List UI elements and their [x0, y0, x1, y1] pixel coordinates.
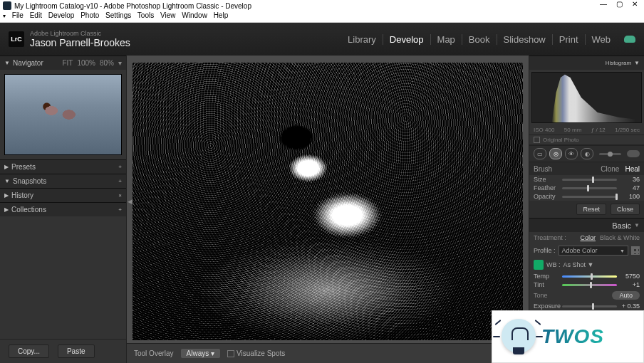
- original-photo-label: Original Photo: [543, 137, 579, 143]
- window-title: My Lightroom Catalog-v10 - Adobe Photosh…: [14, 2, 251, 10]
- snapshots-add-icon[interactable]: +: [118, 178, 122, 184]
- histogram-header[interactable]: Histogram ▼: [529, 56, 644, 70]
- tool-overlay-mode-dropdown[interactable]: Always ▾: [181, 349, 220, 358]
- treatment-bw-option[interactable]: Black & White: [600, 234, 640, 241]
- brush-heal-tab[interactable]: Heal: [625, 165, 640, 173]
- tint-slider[interactable]: Tint +1: [529, 280, 644, 289]
- paste-button[interactable]: Paste: [58, 344, 95, 358]
- brush-reset-button[interactable]: Reset: [576, 204, 606, 215]
- basic-disclose-icon[interactable]: ▼: [634, 222, 640, 228]
- menu-window[interactable]: Window: [182, 11, 207, 19]
- navigator-header[interactable]: ▼ Navigator FIT 100% 80% ▾: [0, 56, 126, 70]
- masking-tool-icon[interactable]: ◐: [581, 148, 593, 159]
- snapshots-header[interactable]: ▼ Snapshots +: [0, 174, 126, 188]
- canvas-holder: ◀: [127, 56, 529, 343]
- brush-close-button[interactable]: Close: [611, 204, 640, 215]
- original-photo-checkbox-icon[interactable]: [534, 137, 540, 143]
- navigator-zoom-80[interactable]: 80%: [100, 59, 114, 67]
- presets-header[interactable]: ▶ Presets +: [0, 159, 126, 174]
- history-disclose-icon[interactable]: ▶: [4, 192, 9, 199]
- left-panel-collapse-icon[interactable]: ◀: [127, 63, 133, 340]
- redeye-tool-icon[interactable]: 👁: [565, 148, 578, 159]
- menu-tools[interactable]: Tools: [137, 11, 154, 19]
- tool-strip-slider[interactable]: [599, 153, 621, 155]
- navigator-preview[interactable]: [4, 74, 122, 155]
- exposure-slider[interactable]: Exposure + 0.35: [529, 302, 644, 310]
- collections-header[interactable]: ▶ Collections +: [0, 202, 126, 216]
- user-name: Jason Parnell-Brookes: [30, 37, 130, 48]
- wb-dropper-icon[interactable]: [534, 260, 544, 270]
- profile-browser-icon[interactable]: [631, 246, 640, 255]
- brush-clone-tab[interactable]: Clone: [601, 165, 619, 173]
- profile-dropdown[interactable]: Adobe Color ▼: [559, 246, 628, 256]
- module-book[interactable]: Book: [462, 34, 497, 45]
- tone-label: Tone: [534, 292, 548, 299]
- menu-photo[interactable]: Photo: [80, 11, 99, 19]
- brush-opacity-value: 100: [620, 193, 640, 200]
- left-panel-spacer: [0, 216, 126, 339]
- collections-disclose-icon[interactable]: ▶: [4, 206, 9, 213]
- histogram-display[interactable]: [531, 72, 642, 123]
- history-label: History: [11, 191, 33, 199]
- temp-label: Temp: [534, 273, 559, 280]
- histogram-meta: ISO 400 50 mm ƒ / 12 1/250 sec: [529, 125, 644, 135]
- module-develop[interactable]: Develop: [383, 34, 430, 45]
- crop-tool-icon[interactable]: ▭: [534, 148, 546, 159]
- cloud-sync-icon[interactable]: [624, 36, 635, 43]
- menu-edit[interactable]: Edit: [30, 11, 42, 19]
- collections-add-icon[interactable]: +: [118, 206, 122, 213]
- spot-removal-tool-icon[interactable]: ◎: [549, 148, 562, 159]
- navigator-zoom-caret-icon[interactable]: ▾: [118, 59, 122, 67]
- tool-overlay-label: Tool Overlay: [134, 349, 174, 357]
- snapshots-disclose-icon[interactable]: ▼: [4, 178, 10, 184]
- window-minimize-button[interactable]: —: [596, 0, 611, 8]
- tool-strip-toggle[interactable]: [627, 150, 640, 157]
- window-titlebar: My Lightroom Catalog-v10 - Adobe Photosh…: [0, 0, 644, 11]
- develop-loupe-view[interactable]: [133, 63, 523, 340]
- menu-settings[interactable]: Settings: [105, 11, 131, 19]
- brush-label: Brush: [534, 165, 552, 173]
- basic-panel-header[interactable]: Basic ▼: [529, 218, 644, 232]
- menubar-caret-icon[interactable]: ▾: [3, 13, 6, 19]
- menu-view[interactable]: View: [160, 11, 176, 19]
- brush-size-slider[interactable]: Size 36: [529, 175, 644, 184]
- window-close-button[interactable]: ✕: [627, 0, 643, 8]
- brush-feather-slider[interactable]: Feather 47: [529, 184, 644, 192]
- tool-strip: ▭ ◎ 👁 ◐: [529, 145, 644, 162]
- copy-button[interactable]: Copy...: [9, 344, 49, 358]
- tone-auto-button[interactable]: Auto: [612, 291, 640, 300]
- wb-preset-dropdown[interactable]: As Shot ▼: [564, 261, 640, 268]
- menu-develop[interactable]: Develop: [48, 11, 75, 19]
- basic-panel-label: Basic: [612, 221, 631, 230]
- window-maximize-button[interactable]: ▢: [611, 0, 627, 8]
- module-map[interactable]: Map: [430, 34, 462, 45]
- history-clear-icon[interactable]: ×: [118, 192, 122, 199]
- navigator-label: Navigator: [13, 59, 43, 67]
- history-header[interactable]: ▶ History ×: [0, 188, 126, 202]
- histogram-aperture: ƒ / 12: [591, 127, 606, 133]
- module-web[interactable]: Web: [585, 34, 618, 45]
- temp-value: 5750: [620, 273, 640, 280]
- histogram-label: Histogram: [606, 60, 631, 66]
- module-slideshow[interactable]: Slideshow: [497, 34, 552, 45]
- navigator-zoom-100[interactable]: 100%: [77, 59, 95, 67]
- module-library[interactable]: Library: [341, 34, 383, 45]
- histogram-focal: 50 mm: [564, 127, 581, 133]
- menu-help[interactable]: Help: [214, 11, 229, 19]
- navigator-fit[interactable]: FIT: [62, 59, 73, 67]
- original-photo-row[interactable]: Original Photo: [529, 135, 644, 145]
- identity-plate: Adobe Lightroom Classic Jason Parnell-Br…: [30, 30, 130, 48]
- histogram-disclose-icon[interactable]: ▼: [634, 60, 640, 66]
- menu-file[interactable]: File: [12, 11, 24, 19]
- presets-add-icon[interactable]: +: [118, 164, 122, 170]
- navigator-disclose-icon[interactable]: ▼: [4, 60, 10, 66]
- treatment-row: Treatment : Color Black & White: [529, 232, 644, 243]
- exposure-value: + 0.35: [620, 302, 640, 310]
- snapshots-label: Snapshots: [13, 177, 46, 185]
- brush-opacity-slider[interactable]: Opacity 100: [529, 192, 644, 201]
- presets-disclose-icon[interactable]: ▶: [4, 164, 9, 170]
- temp-slider[interactable]: Temp 5750: [529, 272, 644, 280]
- visualize-spots-checkbox[interactable]: Visualize Spots: [227, 349, 285, 357]
- treatment-color-option[interactable]: Color: [580, 234, 596, 241]
- module-print[interactable]: Print: [552, 34, 585, 45]
